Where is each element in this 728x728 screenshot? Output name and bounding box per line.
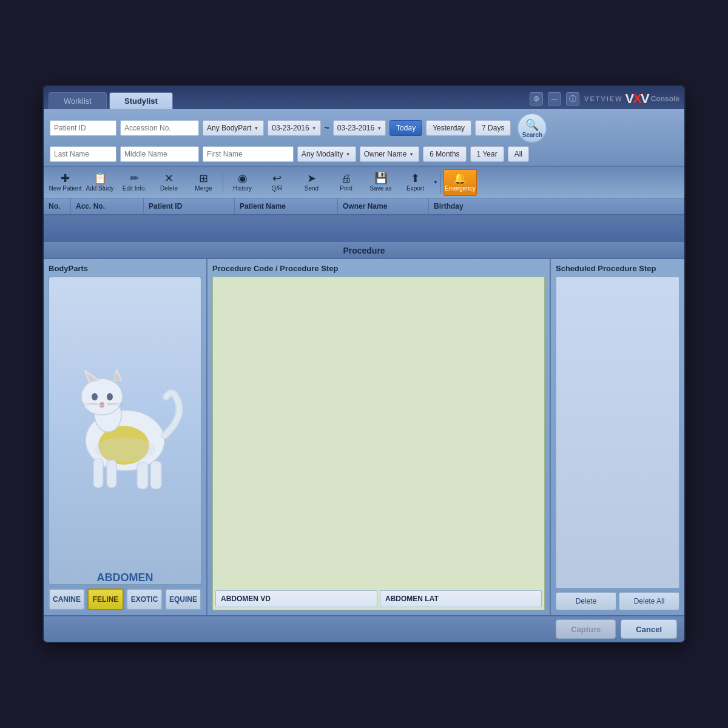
- date-from-arrow: ▼: [312, 126, 317, 131]
- accession-input[interactable]: [120, 120, 199, 136]
- all-button[interactable]: All: [508, 146, 529, 162]
- procedure-title: Procedure: [44, 242, 684, 259]
- edit-info-button[interactable]: ✏ Edit Info.: [118, 169, 151, 196]
- bodypart-dropdown-arrow: ▼: [254, 126, 258, 131]
- modality-dropdown[interactable]: Any Modality ▼: [297, 146, 356, 162]
- bodypart-dropdown[interactable]: Any BodyPart ▼: [203, 120, 264, 136]
- bodyparts-label: BodyParts: [49, 264, 201, 273]
- info-icon[interactable]: ⓘ: [566, 92, 579, 106]
- history-label: History: [233, 185, 252, 192]
- new-patient-label: New Patient: [49, 185, 82, 192]
- edit-info-icon: ✏: [130, 173, 139, 184]
- canine-button[interactable]: CANINE: [49, 588, 85, 610]
- table-header: No. Acc. No. Patient ID Patient Name Own…: [44, 198, 684, 215]
- add-study-icon: 📋: [93, 173, 107, 184]
- minimize-icon[interactable]: —: [548, 92, 561, 106]
- col-birthday: Birthday: [429, 198, 684, 214]
- export-button[interactable]: ⬆ Export: [399, 169, 432, 196]
- history-button[interactable]: ◉ History: [226, 169, 259, 196]
- col-owner-name: Owner Name: [338, 198, 429, 214]
- procedure-code-grid: ABDOMEN VD ABDOMEN LAT: [215, 590, 542, 607]
- save-as-label: Save as: [369, 185, 391, 192]
- search-area: Any BodyPart ▼ 03-23-2016 ▼ ~ 03-23-2016…: [44, 109, 684, 167]
- equine-button[interactable]: EQUINE: [165, 588, 201, 610]
- toolbar-sep-1: [223, 172, 223, 194]
- toolbar: ✚ New Patient 📋 Add Study ✏ Edit Info. ✕…: [44, 167, 684, 198]
- scheduled-label: Scheduled Procedure Step: [556, 264, 679, 273]
- col-patient-name: Patient Name: [235, 198, 338, 214]
- svg-point-3: [81, 379, 123, 415]
- save-as-button[interactable]: 💾 Save as: [364, 169, 397, 196]
- scheduled-panel: Scheduled Procedure Step Delete Delete A…: [551, 259, 684, 615]
- svg-point-8: [92, 393, 98, 400]
- merge-button[interactable]: ⊞ Merge: [187, 169, 220, 196]
- cancel-button[interactable]: Cancel: [621, 619, 677, 639]
- animal-display[interactable]: ABDOMEN: [49, 277, 201, 585]
- feline-button[interactable]: FELINE: [87, 588, 124, 610]
- tab-worklist[interactable]: Worklist: [49, 92, 107, 109]
- export-icon: ⬆: [411, 173, 420, 184]
- animal-svg-container: [49, 277, 201, 567]
- delete-icon: ✕: [164, 173, 174, 184]
- procedure-body: BodyParts: [44, 259, 684, 615]
- new-patient-button[interactable]: ✚ New Patient: [49, 169, 82, 196]
- patient-id-input[interactable]: [50, 120, 116, 136]
- search-button[interactable]: 🔍 Search: [517, 113, 547, 143]
- col-no: No.: [44, 198, 71, 214]
- app-logo: VETVIEW VXV Console: [584, 91, 679, 107]
- edit-info-label: Edit Info.: [123, 185, 146, 192]
- print-icon: 🖨: [341, 173, 352, 184]
- exotic-button[interactable]: EXOTIC: [126, 588, 163, 610]
- 1year-button[interactable]: 1 Year: [470, 146, 504, 162]
- species-buttons: CANINE FELINE EXOTIC EQUINE: [49, 588, 201, 610]
- app-window: Worklist Studylist ⚙ — ⓘ VETVIEW VXV Con…: [42, 85, 686, 643]
- window-controls: ⚙ — ⓘ VETVIEW VXV Console: [530, 91, 679, 109]
- emergency-button[interactable]: 🔔 Emergency: [443, 169, 477, 196]
- capture-button[interactable]: Capture: [556, 619, 616, 639]
- export-label: Export: [406, 185, 424, 192]
- history-icon: ◉: [238, 173, 248, 184]
- date-range-tilde: ~: [325, 123, 329, 133]
- logo-vetview: VETVIEW: [584, 95, 623, 103]
- send-label: Send: [305, 185, 318, 192]
- svg-rect-16: [107, 460, 116, 488]
- scheduled-buttons: Delete Delete All: [556, 592, 679, 610]
- today-button[interactable]: Today: [389, 120, 422, 136]
- svg-rect-17: [137, 462, 148, 489]
- 7days-button[interactable]: 7 Days: [475, 120, 511, 136]
- delete-all-button[interactable]: Delete All: [619, 592, 679, 610]
- delete-scheduled-button[interactable]: Delete: [556, 592, 616, 610]
- date-from-picker[interactable]: 03-23-2016 ▼: [268, 120, 320, 136]
- logo-console: Console: [651, 95, 679, 103]
- delete-toolbar-button[interactable]: ✕ Delete: [152, 169, 186, 196]
- scheduled-area: [556, 277, 679, 588]
- first-name-input[interactable]: [203, 146, 294, 162]
- qr-button[interactable]: ↩ Q/R: [260, 169, 294, 196]
- toolbar-overflow[interactable]: ▼: [433, 180, 438, 185]
- settings-icon[interactable]: ⚙: [530, 92, 543, 106]
- middle-name-input[interactable]: [120, 146, 199, 162]
- date-to-picker[interactable]: 03-23-2016 ▼: [333, 120, 386, 136]
- owner-dropdown[interactable]: Owner Name ▼: [360, 146, 420, 162]
- add-study-button[interactable]: 📋 Add Study: [83, 169, 116, 196]
- new-patient-icon: ✚: [61, 173, 70, 184]
- modality-dropdown-arrow: ▼: [346, 152, 351, 157]
- owner-dropdown-arrow: ▼: [409, 152, 414, 157]
- print-button[interactable]: 🖨 Print: [329, 169, 363, 196]
- proc-code-abdomen-vd[interactable]: ABDOMEN VD: [215, 590, 377, 607]
- svg-point-10: [99, 402, 104, 406]
- animal-svg: [58, 343, 192, 501]
- merge-label: Merge: [195, 185, 212, 192]
- proc-code-abdomen-lat[interactable]: ABDOMEN LAT: [380, 590, 542, 607]
- send-button[interactable]: ➤ Send: [295, 169, 328, 196]
- col-acc: Acc. No.: [71, 198, 144, 214]
- 6months-button[interactable]: 6 Months: [423, 146, 466, 162]
- last-name-input[interactable]: [50, 146, 116, 162]
- tab-studylist[interactable]: Studylist: [109, 92, 173, 109]
- add-study-label: Add Study: [86, 185, 113, 192]
- tab-bar: Worklist Studylist ⚙ — ⓘ VETVIEW VXV Con…: [44, 86, 684, 109]
- col-patient-id: Patient ID: [144, 198, 235, 214]
- svg-rect-18: [150, 461, 161, 489]
- yesterday-button[interactable]: Yesterday: [426, 120, 471, 136]
- print-label: Print: [340, 185, 352, 192]
